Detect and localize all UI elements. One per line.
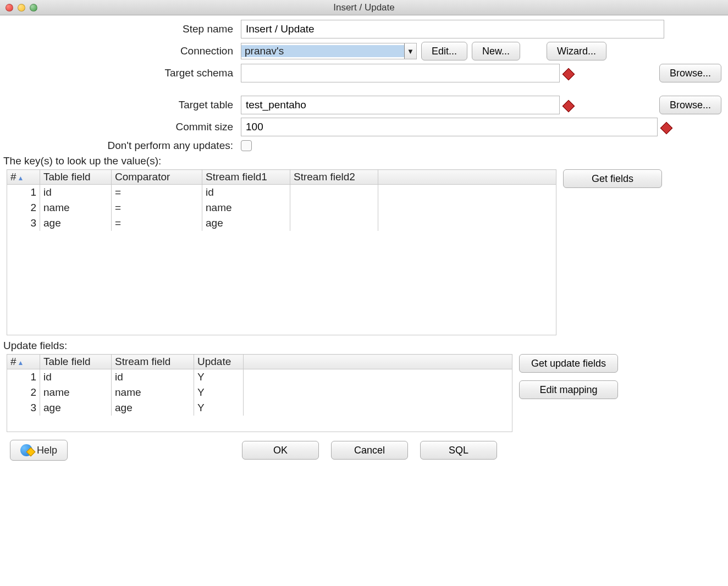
target-schema-input[interactable]: [241, 64, 560, 82]
variable-indicator-icon: [562, 100, 575, 113]
connection-value: pranav's: [241, 45, 404, 57]
target-table-input[interactable]: [241, 96, 560, 114]
connection-combo[interactable]: pranav's ▼: [241, 43, 417, 59]
keys-section-label: The key(s) to look up the value(s):: [3, 155, 728, 167]
sql-button[interactable]: SQL: [420, 441, 497, 460]
help-button[interactable]: Help: [10, 440, 68, 461]
table-row: 1id=id: [7, 185, 556, 200]
browse-schema-button[interactable]: Browse...: [659, 64, 721, 82]
table-row: 2name=name: [7, 200, 556, 215]
keys-col-stream2[interactable]: Stream field2: [290, 170, 378, 185]
target-schema-label: Target schema: [7, 67, 238, 79]
updates-table[interactable]: #▲ Table field Stream field Update 1idid…: [7, 354, 512, 432]
help-icon: [20, 444, 32, 456]
browse-table-button[interactable]: Browse...: [659, 96, 721, 114]
help-label: Help: [37, 445, 57, 456]
step-name-input[interactable]: [241, 20, 664, 38]
updates-col-stream-field[interactable]: Stream field: [112, 355, 194, 369]
wizard-button[interactable]: Wizard...: [547, 42, 606, 60]
cancel-button[interactable]: Cancel: [331, 441, 408, 460]
variable-indicator-icon: [562, 68, 575, 81]
get-fields-button[interactable]: Get fields: [563, 169, 662, 188]
commit-size-input[interactable]: [241, 118, 658, 136]
chevron-down-icon[interactable]: ▼: [404, 43, 416, 59]
dont-update-checkbox[interactable]: [241, 140, 252, 151]
target-table-label: Target table: [7, 99, 238, 111]
edit-mapping-button[interactable]: Edit mapping: [519, 380, 618, 399]
updates-col-update[interactable]: Update: [194, 355, 244, 369]
table-row: 3ageageY: [7, 400, 512, 416]
window-title: Insert / Update: [0, 2, 728, 13]
keys-col-table-field[interactable]: Table field: [40, 170, 112, 185]
ok-button[interactable]: OK: [242, 441, 319, 460]
step-name-label: Step name: [7, 23, 238, 35]
connection-label: Connection: [7, 45, 238, 57]
table-row: 2namenameY: [7, 385, 512, 400]
updates-col-table-field[interactable]: Table field: [40, 355, 112, 369]
get-update-fields-button[interactable]: Get update fields: [519, 354, 618, 373]
titlebar: Insert / Update: [0, 0, 728, 15]
keys-table[interactable]: #▲ Table field Comparator Stream field1 …: [7, 169, 556, 335]
updates-col-num[interactable]: #▲: [7, 355, 40, 369]
commit-size-label: Commit size: [7, 121, 238, 133]
keys-col-stream1[interactable]: Stream field1: [202, 170, 290, 185]
edit-connection-button[interactable]: Edit...: [421, 42, 467, 60]
table-row: 1ididY: [7, 369, 512, 385]
new-connection-button[interactable]: New...: [472, 42, 520, 60]
variable-indicator-icon: [660, 122, 673, 135]
keys-col-num[interactable]: #▲: [7, 170, 40, 185]
updates-section-label: Update fields:: [3, 340, 728, 352]
dont-update-label: Don't perform any updates:: [7, 140, 238, 152]
table-row: 3age=age: [7, 215, 556, 231]
keys-col-comparator[interactable]: Comparator: [112, 170, 202, 185]
